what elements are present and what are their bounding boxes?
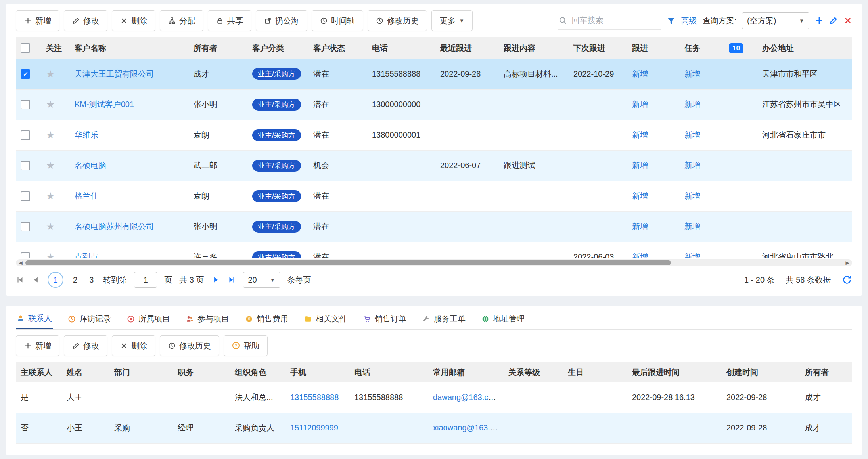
header-created-time[interactable]: 创建时间 xyxy=(722,362,800,382)
table-row[interactable]: 是 大王 法人和总... 13155588888 13155588888 daw… xyxy=(16,382,852,413)
tab-service-tickets[interactable]: 服务工单 xyxy=(422,308,466,329)
header-org-role[interactable]: 组织角色 xyxy=(230,362,286,382)
header-owner[interactable]: 所有者 xyxy=(800,362,852,382)
header-follow[interactable]: 跟进 xyxy=(627,37,680,59)
mobile-link[interactable]: 15112099999 xyxy=(290,423,338,432)
header-mobile[interactable]: 手机 xyxy=(286,362,350,382)
star-icon[interactable]: ★ xyxy=(46,160,55,171)
table-row[interactable]: ★ KM-测试客户001 张小明 业主/采购方 潜在 13000000000 新… xyxy=(16,89,852,120)
first-page-button[interactable] xyxy=(16,275,25,284)
header-follow-content[interactable]: 跟进内容 xyxy=(499,37,569,59)
edit-button[interactable]: 修改 xyxy=(64,10,107,31)
contact-history-button[interactable]: 修改历史 xyxy=(160,335,219,356)
task-add-link[interactable]: 新增 xyxy=(684,130,700,139)
tab-visit-records[interactable]: 拜访记录 xyxy=(67,308,112,329)
tab-sales-expenses[interactable]: ¥ 销售费用 xyxy=(244,308,289,329)
contact-add-button[interactable]: 新增 xyxy=(16,335,59,356)
follow-add-link[interactable]: 新增 xyxy=(632,161,648,170)
row-checkbox[interactable]: ✓ xyxy=(21,69,30,79)
task-add-link[interactable]: 新增 xyxy=(684,161,700,170)
header-department[interactable]: 部门 xyxy=(109,362,173,382)
horizontal-scrollbar[interactable]: ◀ ▶ xyxy=(16,259,852,266)
edit-plan-icon[interactable] xyxy=(829,16,838,25)
star-icon[interactable]: ★ xyxy=(46,221,55,232)
header-owner[interactable]: 所有者 xyxy=(189,37,247,59)
tab-joined-projects[interactable]: 参与项目 xyxy=(185,308,230,329)
star-icon[interactable]: ★ xyxy=(46,190,55,201)
customer-name-link[interactable]: 名硕电脑苏州有限公司 xyxy=(75,222,154,231)
header-customer-name[interactable]: 客户名称 xyxy=(70,37,189,59)
mobile-link[interactable]: 13155588888 xyxy=(290,393,339,402)
customer-name-link[interactable]: 点到点 xyxy=(75,252,98,258)
customer-name-link[interactable]: 名硕电脑 xyxy=(75,161,106,170)
delete-plan-icon[interactable] xyxy=(843,16,852,25)
share-button[interactable]: 共享 xyxy=(208,10,251,31)
header-phone[interactable]: 电话 xyxy=(350,362,428,382)
header-phone[interactable]: 电话 xyxy=(367,37,435,59)
header-recent-follow[interactable]: 最近跟进 xyxy=(435,37,499,59)
scroll-right-arrow-icon[interactable]: ▶ xyxy=(843,259,852,266)
help-button[interactable]: ? 帮助 xyxy=(224,335,268,356)
header-email[interactable]: 常用邮箱 xyxy=(428,362,504,382)
customer-name-link[interactable]: 天津大王工贸有限公司 xyxy=(75,69,154,78)
email-link[interactable]: dawang@163.com xyxy=(433,393,499,402)
prev-page-button[interactable] xyxy=(32,275,40,284)
star-icon[interactable]: ★ xyxy=(46,99,55,110)
goto-page-input[interactable] xyxy=(134,272,157,288)
contact-edit-button[interactable]: 修改 xyxy=(64,335,107,356)
header-next-follow[interactable]: 下次跟进 xyxy=(569,37,627,59)
follow-add-link[interactable]: 新增 xyxy=(632,100,648,109)
select-all-checkbox[interactable] xyxy=(21,43,30,53)
customer-name-link[interactable]: 华维乐 xyxy=(75,130,98,139)
refresh-icon[interactable] xyxy=(842,275,852,285)
star-icon[interactable]: ★ xyxy=(46,129,55,140)
history-button[interactable]: 修改历史 xyxy=(368,10,427,31)
email-link[interactable]: xiaowang@163.c... xyxy=(433,423,500,432)
header-primary-contact[interactable]: 主联系人 xyxy=(16,362,62,382)
header-category[interactable]: 客户分类 xyxy=(247,37,308,59)
row-checkbox[interactable] xyxy=(21,130,30,140)
delete-button[interactable]: 删除 xyxy=(112,10,155,31)
table-row[interactable]: ★ 名硕电脑苏州有限公司 张小明 业主/采购方 潜在 新增 新增 xyxy=(16,211,852,242)
row-checkbox[interactable] xyxy=(21,252,30,258)
follow-add-link[interactable]: 新增 xyxy=(632,69,648,78)
throw-public-sea-button[interactable]: 扔公海 xyxy=(256,10,307,31)
task-add-link[interactable]: 新增 xyxy=(684,69,700,78)
timeline-button[interactable]: 时间轴 xyxy=(312,10,363,31)
tab-address-management[interactable]: 地址管理 xyxy=(481,308,525,329)
header-relationship-level[interactable]: 关系等级 xyxy=(504,362,563,382)
header-address[interactable]: 办公地址 xyxy=(757,37,852,59)
contact-delete-button[interactable]: 删除 xyxy=(112,335,155,356)
customer-name-link[interactable]: KM-测试客户001 xyxy=(75,100,134,109)
add-button[interactable]: 新增 xyxy=(16,10,59,31)
table-row[interactable]: ★ 名硕电脑 武二郎 业主/采购方 机会 2022-06-07 跟进测试 新增 … xyxy=(16,150,852,181)
last-page-button[interactable] xyxy=(227,275,236,284)
scrollbar-track[interactable] xyxy=(25,260,843,265)
follow-add-link[interactable]: 新增 xyxy=(632,252,648,258)
tab-sales-orders[interactable]: 销售订单 xyxy=(362,308,407,329)
tab-contacts[interactable]: 联系人 xyxy=(16,308,53,329)
page-number[interactable]: 3 xyxy=(87,275,96,285)
scroll-left-arrow-icon[interactable]: ◀ xyxy=(16,259,25,266)
table-row[interactable]: ★ 华维乐 袁朗 业主/采购方 潜在 13800000001 新增 新增 河北省… xyxy=(16,120,852,150)
row-checkbox[interactable] xyxy=(21,161,30,170)
task-add-link[interactable]: 新增 xyxy=(684,252,700,258)
page-number-current[interactable]: 1 xyxy=(48,272,63,288)
next-page-button[interactable] xyxy=(211,275,220,284)
header-title[interactable]: 职务 xyxy=(173,362,230,382)
assign-button[interactable]: 分配 xyxy=(160,10,203,31)
row-checkbox[interactable] xyxy=(21,100,30,109)
tab-owned-projects[interactable]: 所属项目 xyxy=(126,308,171,329)
task-add-link[interactable]: 新增 xyxy=(684,100,700,109)
follow-add-link[interactable]: 新增 xyxy=(632,191,648,200)
search-input[interactable] xyxy=(571,13,661,28)
star-icon[interactable]: ★ xyxy=(46,68,55,79)
header-birthday[interactable]: 生日 xyxy=(563,362,627,382)
page-size-select[interactable]: 20 ▼ xyxy=(243,272,280,288)
task-add-link[interactable]: 新增 xyxy=(684,191,700,200)
table-row[interactable]: ✓ ★ 天津大王工贸有限公司 成才 业主/采购方 潜在 13155588888 … xyxy=(16,59,852,89)
table-row[interactable]: ★ 格兰仕 袁朗 业主/采购方 潜在 新增 新增 xyxy=(16,181,852,211)
advanced-search-link[interactable]: 高级 xyxy=(681,15,697,26)
more-button[interactable]: 更多 ▼ xyxy=(431,10,473,31)
table-row[interactable]: 否 小王 采购 经理 采购负责人 15112099999 xiaowang@16… xyxy=(16,413,852,443)
